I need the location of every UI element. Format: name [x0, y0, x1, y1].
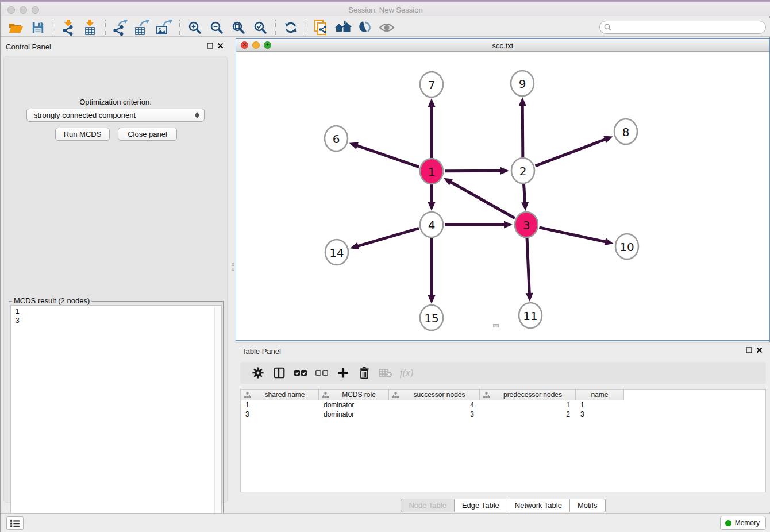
edge-4-14[interactable] [355, 228, 419, 246]
cell-predecessor-nodes[interactable]: 1 [480, 400, 576, 410]
column-header-MCDS-role[interactable]: MCDS role [319, 390, 389, 400]
cell-MCDS-role[interactable]: dominator [319, 410, 389, 419]
zoom-in-icon[interactable] [184, 19, 206, 36]
zoom-fit-icon[interactable] [228, 19, 249, 36]
cell-shared-name[interactable]: 1 [241, 400, 319, 410]
node-14[interactable]: 14 [325, 240, 348, 265]
tab-network-table[interactable]: Network Table [507, 499, 570, 512]
table-row[interactable]: 3dominator323 [241, 410, 624, 419]
svg-text:9: 9 [519, 77, 526, 91]
delete-row-icon[interactable] [353, 364, 375, 381]
node-15[interactable]: 15 [420, 305, 443, 330]
close-panel-button[interactable]: Close panel [118, 128, 177, 141]
zoom-out-icon[interactable] [206, 19, 228, 36]
open-session-icon[interactable] [5, 19, 27, 36]
float-panel-icon[interactable] [207, 43, 213, 49]
close-table-panel-icon[interactable] [756, 347, 763, 353]
cell-successor-nodes[interactable]: 3 [389, 410, 480, 419]
run-mcds-button[interactable]: Run MCDS [55, 128, 110, 141]
export-network-icon[interactable] [110, 19, 132, 36]
node-table[interactable]: shared name MCDS role successor nodes pr… [240, 389, 766, 492]
hierarchy-icon [244, 392, 251, 398]
search-input[interactable] [614, 22, 765, 33]
cell-shared-name[interactable]: 3 [241, 410, 319, 419]
tab-motifs[interactable]: Motifs [570, 499, 606, 512]
column-header-successor-nodes[interactable]: successor nodes [389, 390, 480, 400]
split-view-icon[interactable] [268, 364, 290, 381]
mcds-result-textarea[interactable]: 1 3 [10, 305, 222, 517]
export-table-icon[interactable] [132, 19, 153, 36]
cell-predecessor-nodes[interactable]: 2 [480, 410, 576, 419]
refresh-icon[interactable] [280, 19, 302, 36]
result-scrollbar[interactable] [214, 306, 221, 516]
control-panel-window-buttons [207, 43, 224, 49]
eye-icon[interactable] [376, 19, 398, 36]
table-row[interactable]: 1dominator411 [241, 400, 624, 410]
node-6[interactable]: 6 [325, 126, 348, 151]
fx-icon[interactable]: f(x) [396, 364, 417, 381]
table-panel-title: Table Panel [242, 347, 281, 356]
edge-arrow-icon [504, 221, 513, 229]
edge-arrow-icon [605, 238, 614, 245]
clear-checks-icon[interactable] [311, 364, 332, 381]
node-1[interactable]: 1 [420, 159, 443, 184]
node-11[interactable]: 11 [519, 303, 542, 328]
network-canvas[interactable]: 7 9 6 8 1 2 4 3 14 10 15 11 [236, 52, 769, 340]
import-table-icon[interactable] [79, 19, 101, 36]
svg-text:2: 2 [519, 164, 527, 178]
column-header-shared-name[interactable]: shared name [241, 390, 319, 400]
column-header-predecessor-nodes[interactable]: predecessor nodes [480, 390, 576, 400]
node-4[interactable]: 4 [420, 212, 443, 237]
edge-arrow-icon [526, 293, 533, 302]
delete-table-icon[interactable] [375, 364, 396, 381]
save-session-icon[interactable] [27, 19, 49, 36]
node-9[interactable]: 9 [511, 71, 534, 96]
export-image-icon[interactable] [153, 19, 175, 36]
tab-edge-table[interactable]: Edge Table [455, 499, 507, 512]
node-3[interactable]: 3 [515, 212, 538, 237]
svg-text:8: 8 [622, 125, 630, 139]
edge-2-8[interactable] [536, 138, 609, 166]
node-8[interactable]: 8 [614, 119, 637, 144]
search-box[interactable] [599, 21, 766, 34]
task-history-button[interactable] [6, 516, 24, 530]
cell-name[interactable]: 1 [576, 400, 624, 410]
cell-successor-nodes[interactable]: 4 [389, 400, 480, 410]
panel-splitter[interactable] [230, 259, 235, 274]
network-window-titlebar[interactable]: ✕ – + scc.txt [236, 39, 769, 52]
node-7[interactable]: 7 [420, 72, 443, 97]
cell-MCDS-role[interactable]: dominator [319, 400, 389, 410]
edge-1-6[interactable] [354, 145, 419, 167]
svg-text:11: 11 [523, 309, 537, 323]
svg-text:3: 3 [523, 218, 530, 232]
edge-1-2[interactable] [445, 171, 504, 171]
tab-node-table[interactable]: Node Table [401, 499, 455, 512]
column-header-name[interactable]: name [576, 390, 624, 400]
node-10[interactable]: 10 [615, 234, 638, 259]
network-window: ✕ – + scc.txt 7 9 6 8 1 2 4 3 14 10 15 1… [236, 38, 770, 341]
cell-name[interactable]: 3 [576, 410, 624, 419]
float-table-panel-icon[interactable] [746, 347, 752, 353]
edge-2-9[interactable] [522, 102, 523, 157]
edge-3-11[interactable] [527, 238, 530, 296]
fx-label: f(x) [400, 367, 414, 379]
gear-icon[interactable] [247, 364, 268, 381]
mcds-result-group: MCDS result (2 nodes) 1 3 [9, 301, 224, 519]
node-2[interactable]: 2 [511, 158, 534, 183]
memory-button[interactable]: Memory [720, 516, 766, 530]
cyndex-icon[interactable] [354, 19, 376, 36]
edge-3-1[interactable] [448, 180, 515, 218]
add-row-icon[interactable] [332, 364, 353, 381]
canvas-splitter-handle[interactable] [493, 324, 499, 327]
svg-text:14: 14 [329, 246, 344, 260]
select-all-checks-icon[interactable] [290, 364, 311, 381]
svg-text:15: 15 [424, 311, 438, 325]
close-panel-icon[interactable] [217, 43, 224, 49]
edge-3-10[interactable] [539, 228, 608, 242]
clone-network-icon[interactable] [310, 19, 332, 36]
home-icon[interactable] [332, 19, 354, 36]
import-network-icon[interactable] [57, 19, 79, 36]
criterion-select[interactable]: strongly connected component [26, 109, 205, 122]
svg-text:6: 6 [333, 132, 340, 146]
zoom-selected-icon[interactable] [249, 19, 271, 36]
